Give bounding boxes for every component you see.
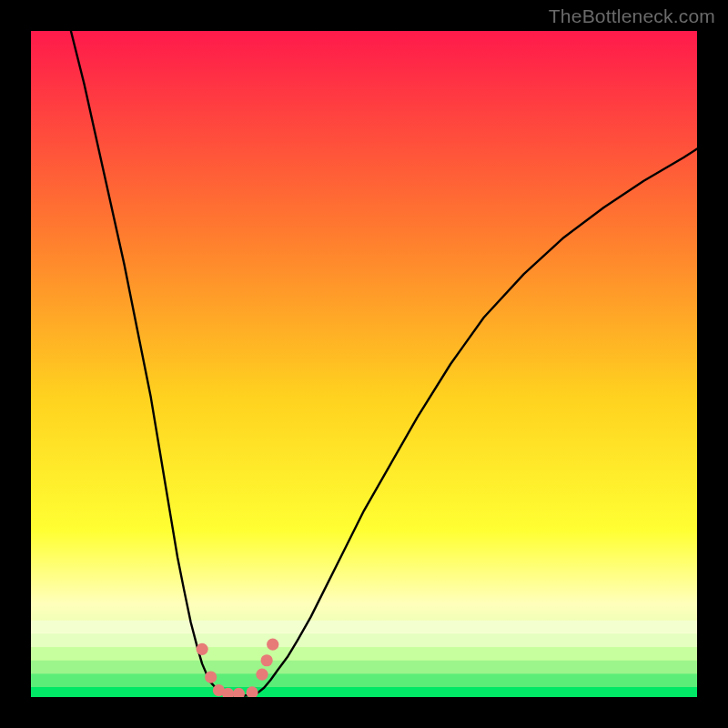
band — [31, 687, 697, 697]
data-marker — [197, 643, 208, 655]
gradient-background — [31, 31, 697, 697]
data-marker — [256, 669, 268, 681]
chart-frame: TheBottleneck.com — [0, 0, 728, 728]
data-marker — [205, 671, 217, 682]
data-marker — [261, 654, 273, 666]
watermark-text: TheBottleneck.com — [549, 5, 715, 27]
data-marker — [267, 639, 278, 651]
plot-area — [31, 31, 697, 697]
plot-svg — [31, 31, 697, 697]
